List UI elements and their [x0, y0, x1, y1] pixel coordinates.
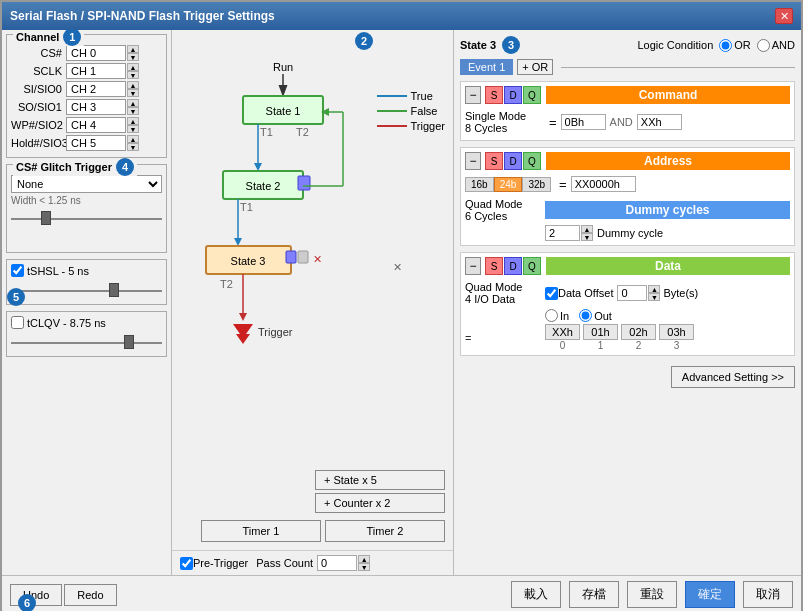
dummy-mode-area: Quad Mode 6 Cycles — [465, 198, 545, 222]
event1-button[interactable]: Event 1 — [460, 59, 513, 75]
and-label: AND — [772, 39, 795, 51]
data-sdq: S D Q — [485, 257, 542, 275]
data-hex-2[interactable] — [621, 324, 656, 340]
in-option[interactable]: In — [545, 309, 569, 322]
command-s-btn[interactable]: S — [485, 86, 503, 104]
out-radio[interactable] — [579, 309, 592, 322]
command-minus-btn[interactable]: − — [465, 86, 481, 104]
data-hex-1[interactable] — [583, 324, 618, 340]
sclk-up[interactable]: ▲ — [127, 63, 139, 71]
si-spin: ▲ ▼ — [127, 81, 139, 97]
badge-6: 6 — [18, 594, 36, 612]
dummy-up[interactable]: ▲ — [581, 225, 593, 233]
state-x5-button[interactable]: + State x 5 — [315, 470, 445, 490]
counter-x2-button[interactable]: + Counter x 2 — [315, 493, 445, 513]
save-button[interactable]: 存檔 — [569, 581, 619, 608]
so-up[interactable]: ▲ — [127, 99, 139, 107]
pass-count-down[interactable]: ▼ — [358, 563, 370, 571]
event-divider — [561, 67, 795, 68]
cs-down[interactable]: ▼ — [127, 53, 139, 61]
glitch-select[interactable]: None — [11, 175, 162, 193]
layout: Channel 1 CS# CH 0 ▲ ▼ — [2, 30, 801, 611]
sclk-down[interactable]: ▼ — [127, 71, 139, 79]
data-minus-btn[interactable]: − — [465, 257, 481, 275]
command-q-btn[interactable]: Q — [523, 86, 541, 104]
cs-select[interactable]: CH 0 — [66, 45, 126, 61]
address-q-btn[interactable]: Q — [523, 152, 541, 170]
pass-count-input[interactable] — [317, 555, 357, 571]
confirm-button[interactable]: 確定 — [685, 581, 735, 608]
close-button[interactable]: ✕ — [775, 8, 793, 24]
si-select[interactable]: CH 2 — [66, 81, 126, 97]
address-d-btn[interactable]: D — [504, 152, 522, 170]
plus-or-button[interactable]: + OR — [517, 59, 553, 75]
tshsl-slider[interactable] — [11, 280, 162, 300]
wp-down[interactable]: ▼ — [127, 125, 139, 133]
si-up[interactable]: ▲ — [127, 81, 139, 89]
address-minus-btn[interactable]: − — [465, 152, 481, 170]
hold-down[interactable]: ▼ — [127, 143, 139, 151]
si-down[interactable]: ▼ — [127, 89, 139, 97]
data-offset-down[interactable]: ▼ — [648, 293, 660, 301]
address-s-btn[interactable]: S — [485, 152, 503, 170]
glitch-slider[interactable] — [11, 208, 162, 228]
pretrigger-label: Pre-Trigger — [193, 557, 248, 569]
sclk-label: SCLK — [11, 65, 66, 77]
bit24-btn[interactable]: 24b — [494, 177, 523, 192]
address-sdq: S D Q — [485, 152, 542, 170]
dummy-cycle-input[interactable] — [545, 225, 580, 241]
hold-select[interactable]: CH 5 — [66, 135, 126, 151]
cancel-button[interactable]: 取消 — [743, 581, 793, 608]
bit32-btn[interactable]: 32b — [522, 177, 551, 192]
wp-up[interactable]: ▲ — [127, 117, 139, 125]
timer2-button[interactable]: Timer 2 — [325, 520, 445, 542]
legend-false: False — [377, 105, 445, 117]
command-d-btn[interactable]: D — [504, 86, 522, 104]
tshsl-checkbox[interactable] — [11, 264, 24, 277]
reset-button[interactable]: 重設 — [627, 581, 677, 608]
so-select[interactable]: CH 3 — [66, 99, 126, 115]
and-option[interactable]: AND — [757, 39, 795, 52]
load-button[interactable]: 載入 — [511, 581, 561, 608]
tclqv-checkbox[interactable] — [11, 316, 24, 329]
bit16-btn[interactable]: 16b — [465, 177, 494, 192]
state3-title: State 3 — [460, 39, 496, 51]
data-s-btn[interactable]: S — [485, 257, 503, 275]
state3-block2 — [298, 251, 308, 263]
cs-up[interactable]: ▲ — [127, 45, 139, 53]
in-radio[interactable] — [545, 309, 558, 322]
data-hex-3[interactable] — [659, 324, 694, 340]
data-offset-checkbox[interactable] — [545, 287, 558, 300]
command-label-box: Command — [546, 86, 790, 104]
command-xx-input[interactable] — [637, 114, 682, 130]
timer1-button[interactable]: Timer 1 — [201, 520, 321, 542]
state2-label: State 2 — [246, 180, 281, 192]
data-q-btn[interactable]: Q — [523, 257, 541, 275]
command-hex-input[interactable] — [561, 114, 606, 130]
so-down[interactable]: ▼ — [127, 107, 139, 115]
advanced-setting-button[interactable]: Advanced Setting >> — [671, 366, 795, 388]
tclqv-slider[interactable] — [11, 332, 162, 352]
address-hex-input[interactable] — [571, 176, 636, 192]
sclk-select[interactable]: CH 1 — [66, 63, 126, 79]
pretrigger-checkbox[interactable] — [180, 557, 193, 570]
dummy-cycle-label: Dummy cycle — [597, 227, 663, 239]
pass-count-up[interactable]: ▲ — [358, 555, 370, 563]
and-radio[interactable] — [757, 39, 770, 52]
glitch-slider-knob[interactable] — [41, 211, 51, 225]
data-hex-0[interactable] — [545, 324, 580, 340]
hold-up[interactable]: ▲ — [127, 135, 139, 143]
redo-button[interactable]: Redo — [64, 584, 116, 606]
wp-select[interactable]: CH 4 — [66, 117, 126, 133]
tclqv-slider-knob[interactable] — [124, 335, 134, 349]
data-hex-labels-row: 0 1 2 3 — [545, 340, 697, 351]
diagram-x-mark[interactable]: ✕ — [393, 261, 402, 273]
tshsl-slider-knob[interactable] — [109, 283, 119, 297]
or-option[interactable]: OR — [719, 39, 751, 52]
or-radio[interactable] — [719, 39, 732, 52]
dummy-down[interactable]: ▼ — [581, 233, 593, 241]
data-offset-input[interactable] — [617, 285, 647, 301]
out-option[interactable]: Out — [579, 309, 612, 322]
data-offset-up[interactable]: ▲ — [648, 285, 660, 293]
data-d-btn[interactable]: D — [504, 257, 522, 275]
